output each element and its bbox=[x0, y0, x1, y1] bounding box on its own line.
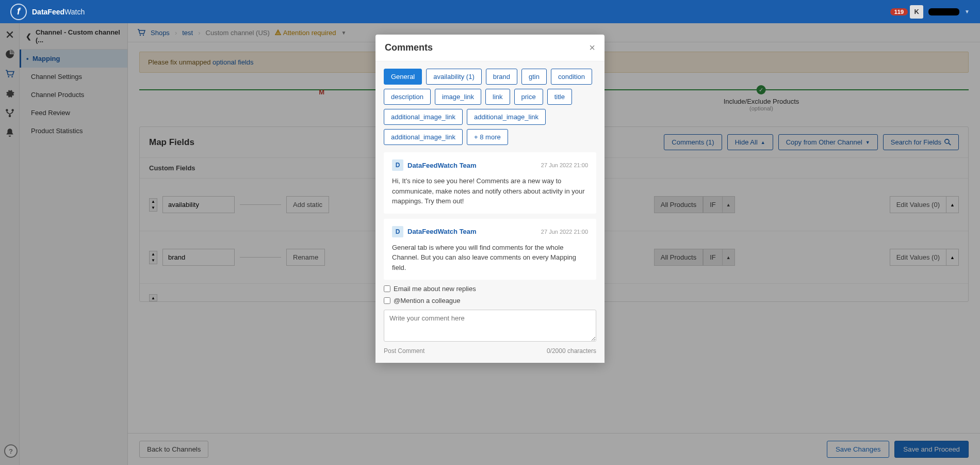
edit-values-button[interactable]: Edit Values (0) bbox=[890, 196, 946, 213]
close-icon[interactable] bbox=[5, 29, 15, 40]
svg-point-1 bbox=[11, 76, 13, 77]
comment-item: D DataFeedWatch Team 27 Jun 2022 21:00 G… bbox=[384, 219, 596, 280]
field-name-input[interactable] bbox=[162, 196, 235, 213]
cart-icon bbox=[137, 28, 145, 37]
comments-modal: Comments × General availability (1) bran… bbox=[375, 35, 605, 363]
tag-brand[interactable]: brand bbox=[486, 69, 517, 85]
tag-price[interactable]: price bbox=[514, 89, 543, 105]
sidebar-item-feed-review[interactable]: Feed Review bbox=[20, 104, 127, 122]
svg-point-2 bbox=[6, 109, 8, 111]
copy-from-channel-button[interactable]: Copy from Other Channel ▼ bbox=[778, 134, 878, 150]
optional-fields-link[interactable]: optional fields bbox=[213, 58, 254, 66]
filter-caret-button[interactable]: ▲ bbox=[723, 249, 735, 266]
tag-gtin[interactable]: gtin bbox=[521, 69, 547, 85]
tag-general[interactable]: General bbox=[384, 69, 422, 85]
svg-point-4 bbox=[8, 115, 11, 117]
comment-tag-list: General availability (1) brand gtin cond… bbox=[384, 69, 596, 145]
post-comment-button[interactable]: Post Comment bbox=[384, 347, 424, 355]
step-down-icon[interactable]: ▼ bbox=[150, 258, 157, 264]
comments-button[interactable]: Comments (1) bbox=[664, 134, 722, 150]
user-avatar[interactable]: K bbox=[910, 5, 923, 19]
comment-body: Hi, It's nice to see you here! Comments … bbox=[392, 176, 588, 206]
breadcrumb-test[interactable]: test bbox=[182, 29, 193, 37]
edit-values-button[interactable]: Edit Values (0) bbox=[890, 249, 946, 266]
bell-icon[interactable] bbox=[5, 127, 15, 138]
checkbox-input[interactable] bbox=[384, 285, 390, 292]
gear-icon[interactable] bbox=[5, 88, 15, 99]
tag-additional-image-link[interactable]: additional_image_link bbox=[467, 109, 546, 125]
attention-warning: Attention required bbox=[275, 29, 336, 37]
progress-step-map: M bbox=[319, 88, 324, 96]
tag-link[interactable]: link bbox=[485, 89, 510, 105]
edit-caret-button[interactable]: ▲ bbox=[946, 249, 959, 266]
comment-timestamp: 27 Jun 2022 21:00 bbox=[541, 229, 588, 235]
edit-caret-button[interactable]: ▲ bbox=[946, 196, 959, 213]
svg-point-7 bbox=[945, 139, 949, 143]
progress-step-include: Include/Exclude Products bbox=[724, 98, 799, 105]
email-replies-checkbox[interactable]: Email me about new replies bbox=[384, 285, 596, 293]
field-order-stepper[interactable]: ▲ ▼ bbox=[149, 198, 157, 212]
user-name bbox=[928, 8, 959, 15]
tag-availability[interactable]: availability (1) bbox=[426, 69, 481, 85]
branch-icon[interactable] bbox=[5, 108, 15, 118]
sidebar-item-channel-settings[interactable]: Channel Settings bbox=[20, 68, 127, 86]
step-up-icon[interactable]: ▲ bbox=[150, 251, 157, 258]
notification-badge[interactable]: 119 bbox=[890, 8, 908, 15]
if-button[interactable]: IF bbox=[703, 196, 723, 213]
field-action-button[interactable]: Add static bbox=[286, 196, 329, 213]
tag-image-link[interactable]: image_link bbox=[435, 89, 481, 105]
field-order-stepper[interactable]: ▲ bbox=[149, 294, 157, 301]
tag-more[interactable]: + 8 more bbox=[467, 129, 508, 145]
field-order-stepper[interactable]: ▲ ▼ bbox=[149, 251, 157, 264]
help-button[interactable]: ? bbox=[4, 444, 18, 458]
search-icon bbox=[944, 139, 951, 146]
tag-title[interactable]: title bbox=[547, 89, 572, 105]
close-icon[interactable]: × bbox=[589, 42, 595, 54]
user-menu-caret-icon[interactable]: ▼ bbox=[965, 9, 970, 14]
brand-logo[interactable]: f DataFeedWatch bbox=[10, 4, 85, 20]
mention-colleague-checkbox[interactable]: @Mention a colleague bbox=[384, 297, 596, 304]
tag-additional-image-link[interactable]: additional_image_link bbox=[384, 129, 463, 145]
cart-icon[interactable] bbox=[5, 69, 15, 79]
back-to-channels-button[interactable]: Back to Channels bbox=[139, 441, 208, 458]
save-proceed-button[interactable]: Save and Proceed bbox=[894, 441, 969, 458]
hide-all-button[interactable]: Hide All ▲ bbox=[727, 134, 773, 150]
icon-rail bbox=[0, 23, 20, 465]
comment-author: DataFeedWatch Team bbox=[407, 228, 477, 235]
save-changes-button[interactable]: Save Changes bbox=[827, 441, 889, 458]
tag-description[interactable]: description bbox=[384, 89, 431, 105]
field-action-button[interactable]: Rename bbox=[286, 249, 325, 266]
svg-point-3 bbox=[11, 109, 14, 111]
step-up-icon[interactable]: ▲ bbox=[150, 199, 157, 205]
step-up-icon[interactable]: ▲ bbox=[150, 295, 157, 301]
field-name-input[interactable] bbox=[162, 249, 235, 266]
comment-author: DataFeedWatch Team bbox=[407, 162, 477, 169]
sidebar-item-mapping[interactable]: Mapping bbox=[20, 50, 127, 68]
comment-textarea[interactable] bbox=[384, 310, 596, 342]
sidebar-back[interactable]: ❮ Channel - Custom channel (... bbox=[20, 23, 127, 50]
map-fields-title: Map Fields bbox=[149, 137, 194, 148]
filter-caret-button[interactable]: ▲ bbox=[723, 196, 735, 213]
warning-icon bbox=[275, 29, 281, 36]
checkbox-input[interactable] bbox=[384, 297, 390, 304]
footer-bar: Back to Channels Save Changes Save and P… bbox=[128, 433, 980, 465]
svg-point-6 bbox=[143, 35, 144, 36]
breadcrumb-channel: Custom channel (US) bbox=[206, 29, 270, 37]
breadcrumb-shops[interactable]: Shops bbox=[151, 29, 170, 37]
modal-title: Comments bbox=[385, 42, 433, 53]
step-down-icon[interactable]: ▼ bbox=[150, 205, 157, 211]
if-button[interactable]: IF bbox=[703, 249, 723, 266]
tag-additional-image-link[interactable]: additional_image_link bbox=[384, 109, 463, 125]
sidebar-item-product-statistics[interactable]: Product Statistics bbox=[20, 122, 127, 140]
topbar: f DataFeedWatch 119 K ▼ bbox=[0, 0, 980, 23]
filter-button[interactable]: All Products bbox=[654, 249, 703, 266]
progress-check-icon: ✓ bbox=[757, 85, 766, 94]
filter-button[interactable]: All Products bbox=[654, 196, 703, 213]
search-fields-button[interactable]: Search for Fields bbox=[883, 134, 959, 150]
tag-condition[interactable]: condition bbox=[551, 69, 592, 85]
breadcrumb-dropdown-icon[interactable]: ▼ bbox=[341, 30, 346, 36]
pie-chart-icon[interactable] bbox=[5, 49, 15, 59]
comment-item: D DataFeedWatch Team 27 Jun 2022 21:00 H… bbox=[384, 152, 596, 214]
comment-avatar: D bbox=[392, 226, 403, 237]
sidebar-item-channel-products[interactable]: Channel Products bbox=[20, 86, 127, 104]
